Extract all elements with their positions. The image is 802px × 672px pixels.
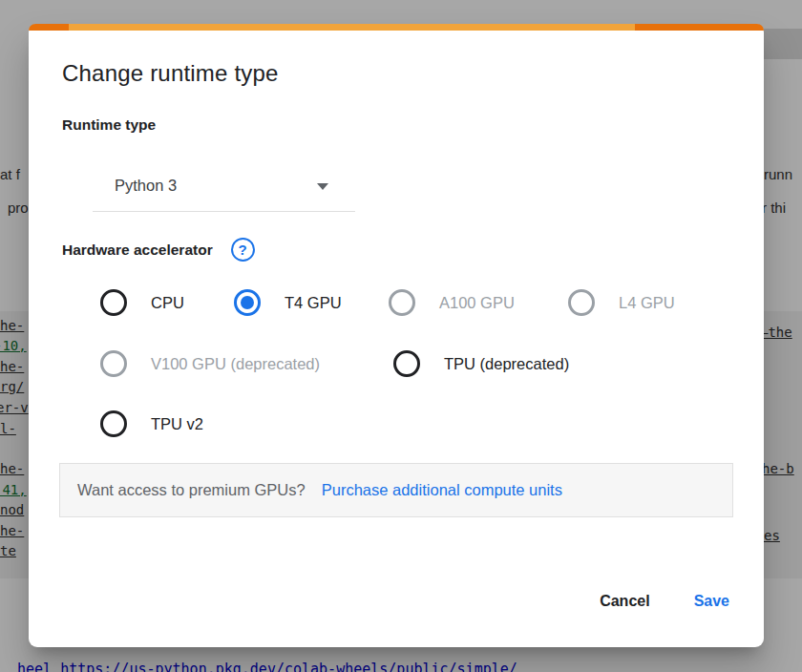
radio-option-cpu[interactable]: CPU [100, 289, 184, 316]
radio-label: V100 GPU (deprecated) [151, 355, 320, 373]
radio-label: TPU (deprecated) [444, 355, 569, 373]
premium-gpu-notice: Want access to premium GPUs? Purchase ad… [59, 463, 733, 517]
help-icon[interactable]: ? [231, 238, 255, 262]
runtime-type-select[interactable]: Python 3 [93, 160, 355, 212]
progress-bar [29, 24, 764, 31]
radio-option-tpu-v2[interactable]: TPU v2 [100, 410, 203, 437]
radio-option-t4-gpu[interactable]: T4 GPU [234, 289, 342, 316]
runtime-type-value: Python 3 [115, 177, 177, 195]
cancel-button[interactable]: Cancel [582, 583, 666, 620]
purchase-compute-units-link[interactable]: Purchase additional compute units [322, 481, 562, 499]
radio-option-l4-gpu: L4 GPU [568, 289, 675, 316]
radio-label: A100 GPU [439, 294, 515, 312]
radio-button-disabled [389, 289, 415, 316]
radio-button-selected[interactable] [234, 289, 261, 316]
radio-option-tpu[interactable]: TPU (deprecated) [393, 350, 569, 377]
radio-button[interactable] [100, 289, 127, 316]
chevron-down-icon [317, 183, 328, 190]
hardware-accelerator-label: Hardware accelerator [62, 242, 213, 259]
radio-label: TPU v2 [151, 415, 203, 433]
radio-button[interactable] [100, 410, 127, 437]
radio-option-a100-gpu: A100 GPU [389, 289, 515, 316]
radio-button-disabled [100, 350, 127, 377]
radio-button[interactable] [393, 350, 420, 377]
change-runtime-type-dialog: Change runtime type Runtime type Python … [29, 24, 764, 647]
radio-option-v100-gpu: V100 GPU (deprecated) [100, 350, 320, 377]
radio-button-disabled [568, 289, 595, 316]
radio-label: L4 GPU [619, 294, 675, 312]
radio-label: CPU [151, 294, 184, 312]
dialog-title: Change runtime type [62, 60, 279, 87]
premium-notice-text: Want access to premium GPUs? [77, 481, 306, 499]
radio-label: T4 GPU [285, 294, 342, 312]
runtime-type-label: Runtime type [62, 116, 156, 134]
save-button[interactable]: Save [677, 583, 747, 620]
